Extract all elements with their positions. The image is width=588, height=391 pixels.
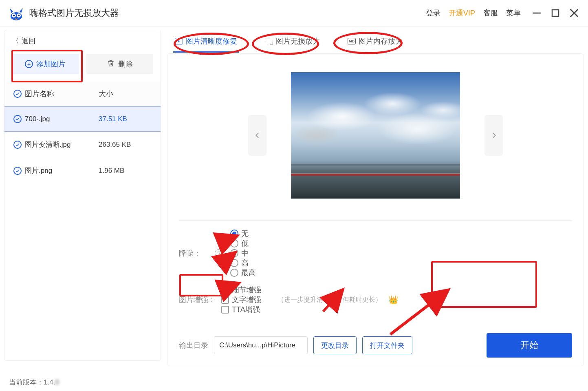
- denoise-row: 降噪： ? 无低中高最高: [179, 229, 572, 278]
- file-sidebar: 〈 返回 + 添加图片 删除 图片名称 大小 700-.jpg37.51 KB图…: [4, 30, 161, 361]
- prev-image-button[interactable]: [248, 115, 266, 156]
- app-logo-icon: [8, 5, 24, 21]
- content-panel: 降噪： ? 无低中高最高 图片增强： 细节增强文字增强TTA增强 （进一步提升清…: [167, 53, 584, 366]
- login-link[interactable]: 登录: [426, 8, 440, 18]
- back-button[interactable]: 〈 返回: [4, 30, 161, 50]
- vip-link[interactable]: 开通VIP: [449, 8, 475, 18]
- open-folder-button[interactable]: 打开文件夹: [362, 336, 412, 354]
- output-label: 输出目录: [179, 340, 208, 350]
- checkbox-icon: [221, 286, 229, 294]
- delete-button[interactable]: 删除: [86, 54, 154, 74]
- radio-icon: [230, 239, 238, 247]
- file-row[interactable]: 图片.png1.96 MB: [4, 158, 161, 184]
- denoise-option[interactable]: 低: [230, 239, 256, 248]
- minimize-button[interactable]: [531, 7, 542, 19]
- maximize-button[interactable]: [550, 7, 561, 19]
- enhance-option[interactable]: TTA增强: [221, 305, 261, 314]
- check-circle-icon: [13, 167, 22, 175]
- add-image-button[interactable]: + 添加图片: [12, 54, 79, 74]
- enhance-hint: （进一步提升清晰度，但耗时更长）: [277, 296, 382, 304]
- radio-icon: [230, 259, 238, 267]
- denoise-option[interactable]: 最高: [230, 268, 256, 278]
- version-footer: 当前版本：1.4.0: [9, 378, 59, 387]
- file-size-label: 37.51 KB: [99, 115, 152, 123]
- menu-link[interactable]: 菜单: [506, 8, 521, 18]
- check-circle-icon: [13, 90, 22, 98]
- denoise-option[interactable]: 高: [230, 258, 256, 268]
- radio-icon: [230, 269, 238, 277]
- next-image-button[interactable]: [484, 115, 503, 156]
- file-name-label: 图片变清晰.jpg: [25, 140, 70, 149]
- help-icon[interactable]: ?: [215, 249, 223, 257]
- radio-icon: [230, 249, 238, 257]
- tab-0[interactable]: ✦图片清晰度修复: [173, 34, 239, 49]
- file-list-header: 图片名称 大小: [4, 82, 161, 106]
- file-name-label: 图片.png: [25, 166, 52, 175]
- radio-icon: [230, 230, 238, 238]
- denoise-option[interactable]: 无: [230, 229, 256, 239]
- chevron-left-icon: 〈: [12, 36, 19, 46]
- title-bar: 嗨格式图片无损放大器 登录 开通VIP 客服 菜单: [0, 0, 588, 27]
- start-button[interactable]: 开始: [487, 333, 572, 358]
- svg-rect-6: [552, 10, 559, 16]
- divider: [179, 220, 572, 221]
- svg-point-4: [18, 15, 20, 17]
- enhance-row: 图片增强： 细节增强文字增强TTA增强 （进一步提升清晰度，但耗时更长） 👑: [179, 285, 572, 314]
- tab-1[interactable]: 图片无损放大: [263, 34, 322, 49]
- close-button[interactable]: [568, 7, 580, 19]
- image-preview: [291, 72, 460, 199]
- file-row[interactable]: 图片变清晰.jpg263.65 KB: [4, 132, 161, 158]
- mode-tabs: ✦图片清晰度修复图片无损放大MB图片内存放大: [167, 30, 584, 53]
- svg-point-3: [13, 15, 15, 17]
- denoise-option[interactable]: 中: [230, 248, 256, 258]
- check-circle-icon: [13, 141, 22, 149]
- file-size-label: 263.65 KB: [99, 141, 152, 149]
- output-path-field[interactable]: C:\Users\hu...p\HiPicture: [214, 336, 308, 354]
- enhance-option[interactable]: 文字增强: [221, 295, 261, 305]
- enhance-option[interactable]: 细节增强: [221, 285, 261, 295]
- change-dir-button[interactable]: 更改目录: [313, 336, 357, 354]
- back-label: 返回: [22, 36, 35, 46]
- app-title: 嗨格式图片无损放大器: [29, 7, 426, 19]
- trash-icon: [107, 59, 115, 69]
- file-name-label: 700-.jpg: [25, 115, 50, 123]
- support-link[interactable]: 客服: [483, 8, 498, 18]
- crown-icon: 👑: [388, 295, 399, 305]
- checkbox-icon: [221, 296, 229, 304]
- plus-circle-icon: +: [25, 60, 33, 68]
- file-list: 700-.jpg37.51 KB图片变清晰.jpg263.65 KB图片.png…: [4, 106, 161, 184]
- checkbox-icon: [221, 306, 229, 314]
- tab-2[interactable]: MB图片内存放大: [346, 34, 404, 49]
- check-circle-icon: [13, 115, 22, 123]
- file-size-label: 1.96 MB: [99, 167, 152, 175]
- file-row[interactable]: 700-.jpg37.51 KB: [4, 106, 161, 132]
